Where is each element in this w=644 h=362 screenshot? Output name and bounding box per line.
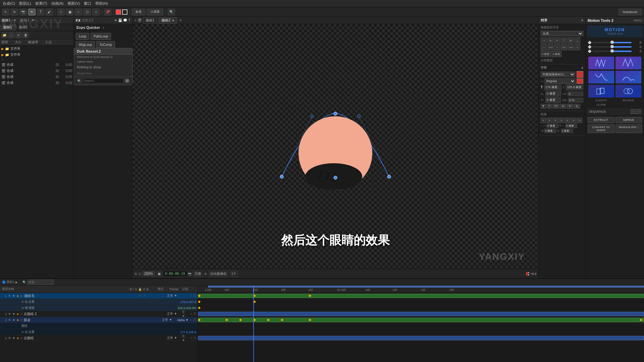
fx-save-icon[interactable]: 💾 <box>118 18 122 22</box>
list-item[interactable]: 🎬 合成 30 0:00 <box>0 74 73 80</box>
import-btn[interactable]: ↓ <box>8 32 14 38</box>
text-color-swatch[interactable] <box>577 71 583 78</box>
text-tool[interactable]: T <box>37 9 44 15</box>
kerning-input[interactable]: 0 像素 <box>545 91 561 97</box>
layer-mode-2[interactable]: 正常 ▼ <box>167 312 180 316</box>
leading-input[interactable]: 0 <box>568 92 583 96</box>
menu-item-2[interactable]: 效果(T) <box>35 1 47 6</box>
comp-tab-eyecup1[interactable]: 眼眶1 <box>143 17 158 24</box>
white-swatch[interactable] <box>577 78 583 84</box>
multiscreen-btn[interactable]: 小屏幕 <box>147 9 163 15</box>
fill-color[interactable] <box>116 9 121 15</box>
camera-icon[interactable]: 📷 <box>188 272 192 276</box>
space-after-input[interactable] <box>561 129 573 133</box>
shape-tool-rect[interactable]: □ <box>57 9 65 15</box>
project-tab-2[interactable]: 眼眸2 <box>16 24 32 31</box>
layer-parent-2[interactable]: ⊙ 无 <box>190 312 196 316</box>
justify-all-btn[interactable]: ≡ <box>577 118 582 123</box>
layer-trkmat-4[interactable]: 无 ▼ <box>182 334 189 342</box>
track-bar-3[interactable] <box>198 318 644 322</box>
align-bottom-btn[interactable]: ⊥ <box>574 38 580 44</box>
align-center-text-btn[interactable]: ≡ <box>547 118 552 123</box>
align-hcenter-btn[interactable]: ⊝ <box>547 38 553 44</box>
layer-solo-3[interactable]: ☀ <box>12 318 15 322</box>
stroke-color[interactable] <box>122 9 127 15</box>
shape-tool-ellipse[interactable]: ○ <box>75 9 82 15</box>
seq-right-btn[interactable]: → <box>636 109 641 114</box>
align-right-text-btn[interactable]: ≡ <box>553 118 558 123</box>
shape-tool-round[interactable]: ▣ <box>66 9 73 15</box>
convert-btn[interactable]: CONVERT TO SHAPE <box>588 124 614 133</box>
align-right-btn[interactable]: ⊢ <box>554 38 560 44</box>
duik-search-input[interactable] <box>83 78 123 83</box>
layer-lock-4[interactable]: ★ <box>16 337 19 340</box>
duik-refresh-icon[interactable]: ↻ <box>125 78 129 83</box>
slider-2[interactable] <box>592 46 632 48</box>
menu-item-4[interactable]: 视图(V) <box>67 1 80 6</box>
italic-btn[interactable]: T <box>547 104 552 109</box>
bold-btn[interactable]: T <box>541 104 546 109</box>
kf-scale-1[interactable] <box>198 307 201 309</box>
viewport[interactable]: 然后这个眼睛的效果 YANGXIY <box>132 24 538 269</box>
camera-tool[interactable]: 📷 <box>19 9 27 15</box>
dist-left-btn[interactable]: ↔ <box>541 44 547 50</box>
menu-item-6[interactable]: 帮助(H) <box>95 1 108 6</box>
grid-icon[interactable]: ⊞ <box>135 272 137 276</box>
dist-num2-btn[interactable]: 0 像素 <box>551 51 561 57</box>
remove-btn[interactable]: REMOVE ATR... <box>615 124 642 133</box>
indent-left-input[interactable] <box>547 124 558 128</box>
track-bar-2[interactable] <box>198 312 644 316</box>
rotation-tool[interactable]: ↻ <box>11 9 18 15</box>
fx-msg-icon[interactable]: 💬 <box>123 18 127 22</box>
fx-help-icon[interactable]: ? <box>128 18 130 22</box>
preset-elastic-2[interactable] <box>615 57 641 69</box>
layer-prop-scale-1[interactable]: ⊙ 缩 缩放 416.0,416.0% <box>0 305 198 311</box>
dist-right-btn[interactable]: ↕ <box>554 44 560 50</box>
layer-trkmat-3[interactable]: Alpha ▼ <box>177 318 189 322</box>
layer-mode-1[interactable]: 正常 ▼ <box>167 294 180 298</box>
snapping-icon[interactable]: 🧲 <box>526 272 529 276</box>
roto-bezier-btn[interactable]: RotoBezier <box>619 9 642 15</box>
track-bar-4[interactable] <box>198 336 644 340</box>
layer-trkmat-2[interactable]: 无 ▼ <box>182 310 189 318</box>
list-item[interactable]: 🎬 合成 25 0:00 <box>0 62 73 68</box>
project-tab-main[interactable]: 眼眸1 <box>0 24 16 31</box>
dist-bottom-btn[interactable]: ⤡ <box>574 44 580 50</box>
tsume-input[interactable]: 0 % <box>568 98 583 103</box>
char-menu-icon[interactable]: ≡ <box>581 66 583 70</box>
sub-btn[interactable]: T₁ <box>574 104 581 109</box>
layer-eye-2[interactable]: 👁 <box>8 312 11 316</box>
dist-vcenter-btn[interactable]: ⟹ <box>568 44 574 50</box>
menu-item-5[interactable]: 窗口 <box>84 1 91 6</box>
shape-tool-poly[interactable]: ⬡ <box>84 9 91 15</box>
new-folder-btn[interactable]: 📁 <box>1 32 7 38</box>
snap-icon[interactable]: ⊡ <box>139 272 141 276</box>
pin-tool[interactable]: 📌 <box>104 9 111 15</box>
tracking-input[interactable]: 225.5 像素 <box>566 84 583 90</box>
dist-num-btn[interactable]: 0 像素 <box>541 51 551 57</box>
brush-tool[interactable]: 🖌 <box>46 9 53 15</box>
dist-top-btn[interactable]: ⟸ <box>561 44 567 50</box>
layer-mode-4[interactable]: 正常 ▼ <box>167 336 180 340</box>
kf-pos-1[interactable] <box>198 301 201 303</box>
timeline-search[interactable] <box>27 280 54 285</box>
list-item[interactable]: ▶ 📁 文件夹 <box>0 52 73 58</box>
smallcaps-btn[interactable]: Tr <box>560 104 566 109</box>
layer-prop-position-1[interactable]: ⊙ 位 位置 175.4,167.8 <box>0 299 198 305</box>
baseline-input[interactable]: 0 像素 <box>545 97 561 103</box>
layer-eye-1[interactable]: 👁 <box>8 294 11 298</box>
motion-about-btn[interactable]: ABOU <box>633 19 642 22</box>
view-options-btn[interactable]: 1个 <box>230 270 238 277</box>
justify-center-btn[interactable]: ≡ <box>565 118 570 123</box>
super-btn[interactable]: T¹ <box>567 104 573 109</box>
layer-parent-3[interactable]: ⊙ 无 <box>190 318 196 322</box>
layer-row-1[interactable]: 1 👁 ☀ ★ ▷ 眼眶毛 ⚙ \ ⊘ 正常 ▼ ⊙ 无 <box>0 293 198 299</box>
resolution-btn[interactable]: 完整 <box>193 270 203 277</box>
fx-btn-tocomp[interactable]: ToComp <box>96 41 115 48</box>
align-menu-icon[interactable]: ≡ <box>581 18 583 22</box>
preset-bounce-1[interactable] <box>588 71 614 83</box>
seq-left-btn[interactable]: ← <box>631 109 635 114</box>
duik-search-icon[interactable]: 🔍 <box>77 78 82 83</box>
slider-1[interactable] <box>592 42 632 43</box>
list-item[interactable]: 🎬 合成 30 0:00 <box>0 80 73 86</box>
